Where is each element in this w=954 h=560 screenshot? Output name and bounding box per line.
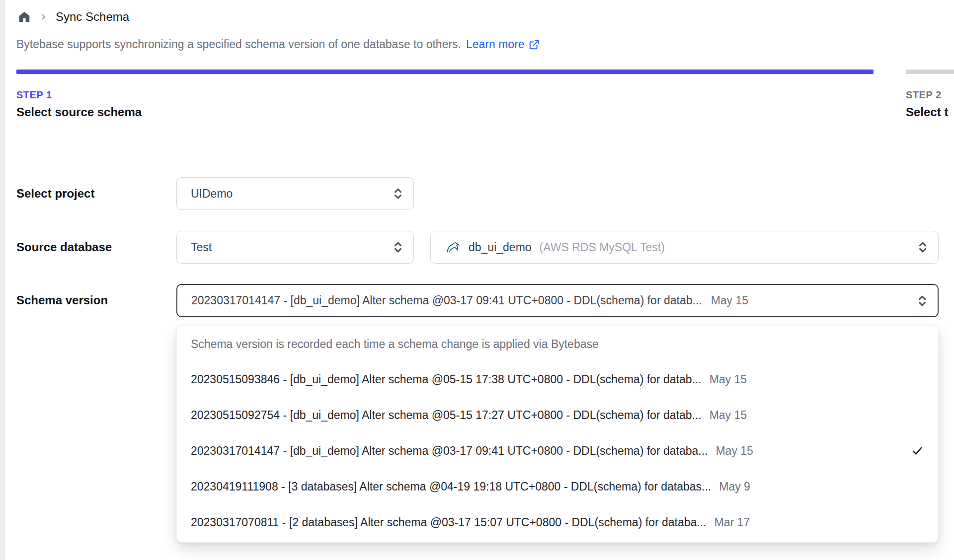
- page-description: Bytebase supports synchronizing a specif…: [16, 38, 540, 51]
- step2-progress-bar: [906, 70, 954, 74]
- chevron-up-down-icon: [917, 240, 928, 255]
- project-select-value: UIDemo: [191, 187, 233, 201]
- schema-version-option[interactable]: 20230317014147 - [db_ui_demo] Alter sche…: [177, 433, 938, 469]
- environment-select-value: Test: [191, 241, 212, 254]
- home-icon[interactable]: [18, 10, 31, 23]
- breadcrumb: Sync Schema: [18, 10, 129, 24]
- description-text: Bytebase supports synchronizing a specif…: [16, 38, 461, 51]
- external-link-icon: [529, 39, 540, 50]
- chevron-right-icon: [39, 12, 48, 21]
- learn-more-link[interactable]: Learn more: [466, 38, 540, 51]
- schema-version-select-value: 20230317014147 - [db_ui_demo] Alter sche…: [191, 294, 702, 307]
- schema-version-option-list: 20230515093846 - [db_ui_demo] Alter sche…: [177, 361, 938, 540]
- schema-version-option-date: May 15: [710, 373, 747, 386]
- schema-version-option-text: 20230317070811 - [2 databases] Alter sch…: [191, 516, 706, 529]
- step2-label: STEP 2: [906, 89, 948, 101]
- schema-version-select-date: May 15: [711, 294, 748, 307]
- schema-version-option-text: 20230515092754 - [db_ui_demo] Alter sche…: [191, 409, 702, 422]
- schema-version-option[interactable]: 20230419111908 - [3 databases] Alter sch…: [177, 469, 938, 504]
- chevron-up-down-icon: [393, 240, 403, 255]
- page-title: Sync Schema: [56, 10, 129, 24]
- learn-more-label: Learn more: [466, 38, 525, 51]
- chevron-up-down-icon: [393, 186, 403, 201]
- project-select[interactable]: UIDemo: [176, 177, 414, 210]
- sync-schema-page: Sync Schema Bytebase supports synchroniz…: [0, 0, 954, 560]
- step1-progress-bar: [16, 70, 874, 74]
- step1-header: STEP 1 Select source schema: [16, 89, 142, 119]
- schema-version-option[interactable]: 20230515093846 - [db_ui_demo] Alter sche…: [177, 361, 938, 397]
- chevron-up-down-icon: [909, 293, 928, 308]
- schema-version-option-text: 20230419111908 - [3 databases] Alter sch…: [191, 480, 711, 493]
- schema-version-dropdown: Schema version is recorded each time a s…: [176, 325, 939, 543]
- source-database-label: Source database: [16, 240, 112, 255]
- database-select-value: db_ui_demo: [469, 241, 532, 254]
- schema-version-option-date: Mar 17: [714, 516, 750, 529]
- schema-version-option-date: May 15: [716, 444, 753, 458]
- schema-version-option-date: May 15: [710, 409, 747, 422]
- schema-version-option[interactable]: 20230515092754 - [db_ui_demo] Alter sche…: [177, 397, 938, 433]
- step2-title: Select t: [906, 105, 948, 119]
- mysql-dolphin-icon: [445, 239, 461, 255]
- schema-version-option-date: May 9: [719, 480, 750, 493]
- step2-header: STEP 2 Select t: [906, 89, 948, 119]
- step1-title: Select source schema: [16, 105, 142, 119]
- schema-version-option-text: 20230515093846 - [db_ui_demo] Alter sche…: [191, 373, 702, 386]
- database-select-detail: (AWS RDS MySQL Test): [540, 241, 665, 254]
- schema-version-option-text: 20230317014147 - [db_ui_demo] Alter sche…: [191, 444, 708, 458]
- select-project-label: Select project: [16, 186, 94, 201]
- schema-version-option[interactable]: 20230317070811 - [2 databases] Alter sch…: [177, 504, 938, 540]
- step1-label: STEP 1: [16, 89, 142, 101]
- environment-select[interactable]: Test: [176, 231, 414, 264]
- schema-version-label: Schema version: [16, 293, 108, 308]
- check-icon: [911, 445, 923, 457]
- database-select[interactable]: db_ui_demo (AWS RDS MySQL Test): [430, 231, 939, 264]
- schema-version-select[interactable]: 20230317014147 - [db_ui_demo] Alter sche…: [176, 284, 939, 317]
- schema-version-dropdown-hint: Schema version is recorded each time a s…: [177, 336, 938, 352]
- left-edge-divider: [0, 0, 5, 560]
